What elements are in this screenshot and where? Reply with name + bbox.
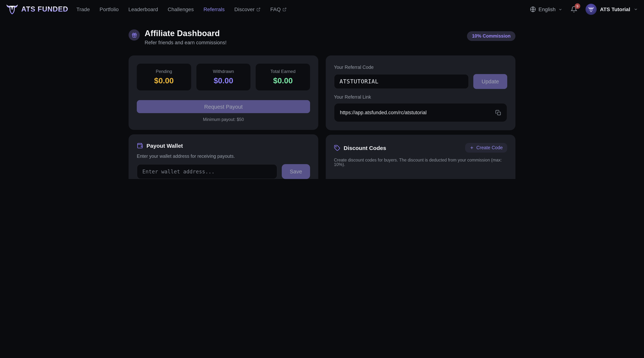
nav-item-leaderboard[interactable]: Leaderboard	[128, 6, 158, 12]
referral-link-box: https://app.atsfunded.com/rc/atstutorial	[334, 103, 507, 122]
wallet-icon	[137, 143, 143, 149]
stat-label: Total Earned	[270, 69, 296, 74]
stat-card-withdrawn: Withdrawn $0.00	[196, 64, 250, 91]
discount-description: Create discount codes for buyers. The di…	[334, 158, 507, 167]
discount-header: Discount Codes Create Code	[334, 143, 507, 153]
page-subtitle: Refer friends and earn commissions!	[144, 40, 226, 46]
earnings-stats: Pending $0.00 Withdrawn $0.00 Total Earn…	[137, 64, 310, 91]
discount-codes-panel: Discount Codes Create Code Create discou…	[326, 135, 516, 179]
referral-code-label: Your Referral Code	[334, 65, 374, 70]
tag-icon	[334, 145, 340, 151]
update-code-button[interactable]: Update	[473, 74, 507, 89]
notification-count-badge: 9	[575, 3, 580, 9]
page-titles: Affiliate Dashboard Refer friends and ea…	[144, 29, 226, 46]
create-code-button[interactable]: Create Code	[465, 143, 507, 153]
gift-icon	[128, 29, 140, 40]
left-column: Pending $0.00 Withdrawn $0.00 Total Earn…	[128, 56, 318, 179]
avatar	[586, 4, 597, 15]
notifications-button[interactable]: 9	[570, 6, 577, 13]
nav-item-referrals[interactable]: Referrals	[204, 6, 225, 12]
page-header: Affiliate Dashboard Refer friends and ea…	[128, 29, 516, 46]
right-column: Your Referral Code Update Your Referral …	[326, 56, 516, 179]
stat-label: Withdrawn	[213, 69, 234, 74]
nav-item-trade[interactable]: Trade	[76, 6, 90, 12]
wallet-address-input[interactable]	[137, 164, 277, 179]
page-title: Affiliate Dashboard	[144, 29, 226, 38]
brand-name: ATS FUNDED	[21, 5, 68, 13]
minimum-payout-note: Minimum payout: $50	[137, 117, 310, 122]
referral-link-label: Your Referral Link	[334, 95, 507, 100]
referral-code-row: Update	[334, 74, 507, 89]
nav-item-challenges[interactable]: Challenges	[168, 6, 194, 12]
stat-value: $0.00	[154, 76, 174, 85]
referral-panel: Your Referral Code Update Your Referral …	[326, 56, 516, 130]
stat-card-total-earned: Total Earned $0.00	[256, 64, 310, 91]
top-nav: ATS FUNDED Trade Portfolio Leaderboard C…	[0, 0, 644, 19]
bull-shield-icon	[6, 4, 18, 15]
external-link-icon	[282, 7, 286, 11]
user-name: ATS Tutorial	[600, 6, 630, 12]
user-menu[interactable]: ATS Tutorial	[586, 4, 638, 15]
commission-badge: 10% Commission	[467, 31, 516, 41]
request-payout-button[interactable]: Request Payout	[137, 100, 310, 113]
main-content: Affiliate Dashboard Refer friends and ea…	[128, 29, 516, 179]
stat-card-pending: Pending $0.00	[137, 64, 191, 91]
stat-value: $0.00	[273, 76, 293, 85]
nav-right: English 9 ATS Tutorial	[530, 4, 638, 15]
wallet-header: Payout Wallet	[137, 143, 310, 149]
referral-link-text: https://app.atsfunded.com/rc/atstutorial	[340, 110, 426, 116]
payout-wallet-panel: Payout Wallet Enter your wallet address …	[128, 135, 318, 179]
nav-links: Trade Portfolio Leaderboard Challenges R…	[76, 6, 286, 12]
brand-logo[interactable]: ATS FUNDED	[6, 4, 68, 15]
chevron-down-icon	[558, 7, 562, 11]
nav-item-faq[interactable]: FAQ	[270, 6, 286, 12]
copy-link-button[interactable]	[495, 110, 501, 116]
discount-title: Discount Codes	[344, 145, 386, 151]
nav-item-portfolio[interactable]: Portfolio	[100, 6, 119, 12]
globe-icon	[530, 6, 536, 12]
copy-icon	[495, 110, 501, 116]
wallet-title: Payout Wallet	[146, 143, 183, 149]
nav-item-discover[interactable]: Discover	[234, 6, 260, 12]
stat-value: $0.00	[214, 76, 233, 85]
wallet-input-row: Save	[137, 164, 310, 179]
save-wallet-button[interactable]: Save	[282, 164, 310, 179]
app-root: ATS FUNDED Trade Portfolio Leaderboard C…	[0, 0, 644, 179]
wallet-description: Enter your wallet address for receiving …	[137, 154, 310, 159]
external-link-icon	[256, 7, 260, 11]
referral-code-input[interactable]	[334, 74, 469, 89]
earnings-panel: Pending $0.00 Withdrawn $0.00 Total Earn…	[128, 56, 318, 130]
chevron-down-icon	[634, 7, 638, 11]
plus-icon	[470, 146, 474, 150]
language-label: English	[538, 6, 556, 12]
language-selector[interactable]: English	[530, 6, 562, 12]
stat-label: Pending	[156, 69, 172, 74]
